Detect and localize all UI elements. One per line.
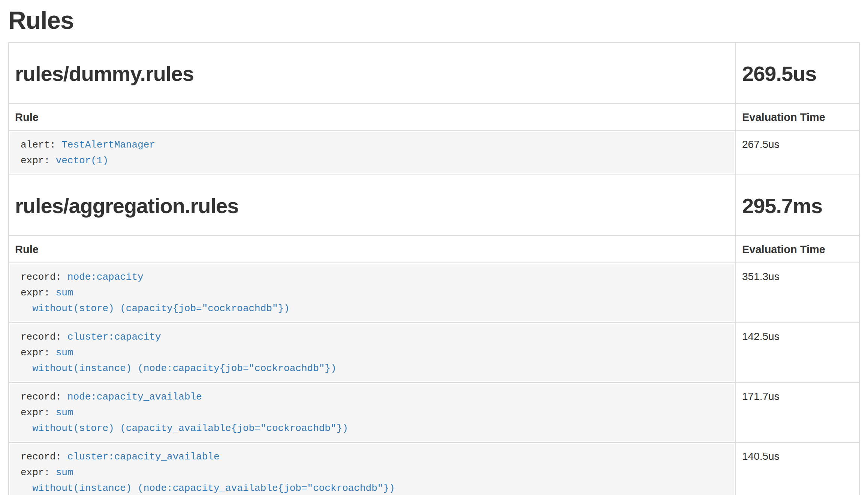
rule-group-file: rules/dummy.rules xyxy=(15,61,729,86)
rule-link[interactable]: without(instance) (node:capacity_availab… xyxy=(21,483,395,494)
rule-link[interactable]: node:capacity xyxy=(67,271,144,283)
rules-page: Rules rules/dummy.rules 269.5us Rule Eva… xyxy=(0,7,868,495)
rule-definition: record: cluster:capacity_available expr:… xyxy=(10,444,734,495)
rule-definition-cell: record: node:capacity expr: sum without(… xyxy=(9,263,736,323)
rule-row: alert: TestAlertManager expr: vector(1) … xyxy=(9,131,859,175)
rule-link[interactable]: sum xyxy=(56,467,73,478)
rule-group-file-cell: rules/dummy.rules xyxy=(9,43,736,103)
rule-evaluation-time: 171.7us xyxy=(736,383,859,443)
rules-table-body: rules/dummy.rules 269.5us Rule Evaluatio… xyxy=(9,43,859,495)
evaluation-time-column-header: Evaluation Time xyxy=(736,236,859,263)
rule-group-file-cell: rules/aggregation.rules xyxy=(9,175,736,236)
column-header-row: Rule Evaluation Time xyxy=(9,103,859,131)
rule-link[interactable]: cluster:capacity xyxy=(67,331,161,343)
rule-evaluation-time: 140.5us xyxy=(736,443,859,495)
rule-definition: alert: TestAlertManager expr: vector(1) xyxy=(10,132,734,173)
rule-link[interactable]: without(store) (capacity{job="cockroachd… xyxy=(21,303,290,314)
rule-column-header: Rule xyxy=(9,236,736,263)
rule-definition-cell: record: cluster:capacity_available expr:… xyxy=(9,443,736,495)
rule-group-header-row: rules/dummy.rules 269.5us xyxy=(9,43,859,103)
rule-link[interactable]: sum xyxy=(56,407,73,418)
rule-link[interactable]: sum xyxy=(56,287,73,298)
rule-definition-cell: record: node:capacity_available expr: su… xyxy=(9,383,736,443)
rule-row: record: cluster:capacity_available expr:… xyxy=(9,443,859,495)
page-title: Rules xyxy=(8,7,860,34)
rule-group-time-cell: 295.7ms xyxy=(736,175,859,236)
rule-link[interactable]: vector(1) xyxy=(56,155,108,166)
rule-evaluation-time: 267.5us xyxy=(736,131,859,175)
rule-link[interactable]: TestAlertManager xyxy=(61,139,155,151)
rule-group-evaluation-time: 295.7ms xyxy=(742,193,853,219)
rule-link[interactable]: cluster:capacity_available xyxy=(67,451,220,462)
rule-row: record: node:capacity expr: sum without(… xyxy=(9,263,859,323)
rule-group-evaluation-time: 269.5us xyxy=(742,61,853,86)
rule-definition: record: node:capacity_available expr: su… xyxy=(10,384,734,441)
rule-group-time-cell: 269.5us xyxy=(736,43,859,103)
rule-link[interactable]: sum xyxy=(56,347,73,358)
rule-row: record: cluster:capacity expr: sum witho… xyxy=(9,323,859,383)
evaluation-time-column-header: Evaluation Time xyxy=(736,103,859,131)
rule-link[interactable]: node:capacity_available xyxy=(67,391,202,403)
rule-evaluation-time: 351.3us xyxy=(736,263,859,323)
rule-definition-cell: alert: TestAlertManager expr: vector(1) xyxy=(9,131,736,175)
rule-link[interactable]: without(store) (capacity_available{job="… xyxy=(21,423,348,434)
rule-group-file: rules/aggregation.rules xyxy=(15,193,729,219)
rule-definition: record: cluster:capacity expr: sum witho… xyxy=(10,324,734,381)
rule-column-header: Rule xyxy=(9,103,736,131)
rule-group-header-row: rules/aggregation.rules 295.7ms xyxy=(9,175,859,236)
rule-definition: record: node:capacity expr: sum without(… xyxy=(10,264,734,321)
rule-row: record: node:capacity_available expr: su… xyxy=(9,383,859,443)
rule-link[interactable]: without(instance) (node:capacity{job="co… xyxy=(21,363,337,374)
column-header-row: Rule Evaluation Time xyxy=(9,236,859,263)
rule-evaluation-time: 142.5us xyxy=(736,323,859,383)
rules-table: rules/dummy.rules 269.5us Rule Evaluatio… xyxy=(8,42,860,495)
rule-definition-cell: record: cluster:capacity expr: sum witho… xyxy=(9,323,736,383)
